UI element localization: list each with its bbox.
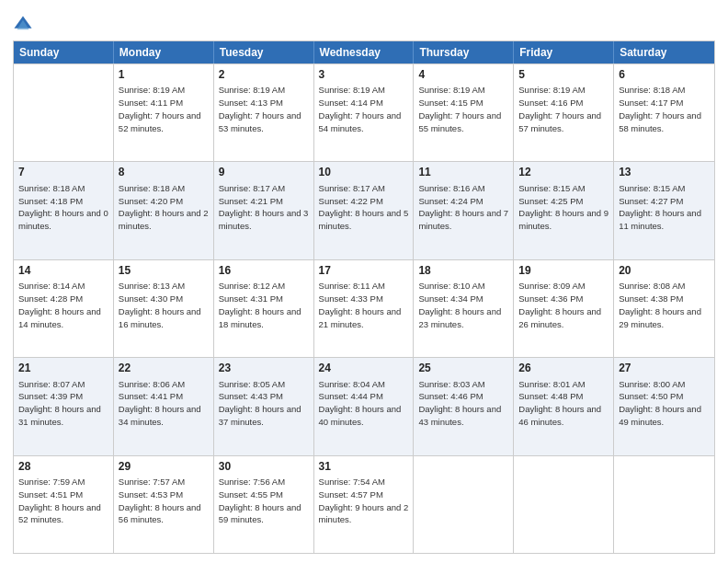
sunset-text: Sunset: 4:14 PM	[319, 98, 383, 108]
sunrise-text: Sunrise: 8:13 AM	[119, 281, 185, 291]
sunset-text: Sunset: 4:41 PM	[119, 391, 183, 401]
calendar-cell: 2Sunrise: 8:19 AMSunset: 4:13 PMDaylight…	[214, 64, 314, 161]
sunrise-text: Sunrise: 8:00 AM	[619, 379, 685, 389]
day-number: 20	[619, 263, 710, 279]
sunset-text: Sunset: 4:34 PM	[418, 293, 483, 304]
day-number: 29	[119, 459, 209, 475]
sunrise-text: Sunrise: 8:15 AM	[619, 183, 685, 193]
calendar: SundayMondayTuesdayWednesdayThursdayFrid…	[13, 40, 715, 554]
sunset-text: Sunset: 4:33 PM	[319, 293, 383, 304]
calendar-cell: 3Sunrise: 8:19 AMSunset: 4:14 PMDaylight…	[314, 64, 415, 161]
sunset-text: Sunset: 4:43 PM	[219, 391, 283, 401]
daylight-text: Daylight: 8 hours and 0 minutes.	[18, 208, 108, 231]
sunset-text: Sunset: 4:18 PM	[18, 196, 83, 206]
sunrise-text: Sunrise: 8:07 AM	[18, 379, 85, 389]
day-number: 11	[418, 165, 508, 180]
sunset-text: Sunset: 4:20 PM	[119, 196, 183, 206]
daylight-text: Daylight: 8 hours and 37 minutes.	[219, 404, 301, 427]
calendar-cell: 15Sunrise: 8:13 AMSunset: 4:30 PMDayligh…	[114, 260, 214, 357]
daylight-text: Daylight: 8 hours and 9 minutes.	[518, 208, 609, 231]
sunrise-text: Sunrise: 8:18 AM	[18, 183, 85, 193]
calendar-cell: 14Sunrise: 8:14 AMSunset: 4:28 PMDayligh…	[14, 260, 114, 357]
sunrise-text: Sunrise: 8:17 AM	[319, 183, 385, 193]
calendar-cell	[614, 456, 714, 553]
day-number: 18	[418, 263, 508, 279]
calendar-cell: 12Sunrise: 8:15 AMSunset: 4:25 PMDayligh…	[514, 162, 614, 259]
sunrise-text: Sunrise: 8:01 AM	[518, 379, 585, 389]
sunrise-text: Sunrise: 8:11 AM	[319, 281, 385, 291]
sunrise-text: Sunrise: 8:03 AM	[418, 379, 484, 389]
daylight-text: Daylight: 8 hours and 40 minutes.	[319, 404, 402, 427]
day-number: 10	[319, 165, 409, 180]
day-number: 24	[319, 361, 409, 376]
calendar-cell: 9Sunrise: 8:17 AMSunset: 4:21 PMDaylight…	[214, 162, 314, 259]
daylight-text: Daylight: 8 hours and 59 minutes.	[219, 502, 301, 525]
daylight-text: Daylight: 8 hours and 3 minutes.	[219, 208, 309, 231]
day-number: 9	[219, 165, 309, 180]
sunrise-text: Sunrise: 8:19 AM	[418, 85, 484, 95]
day-number: 22	[119, 361, 209, 376]
day-number: 3	[319, 67, 409, 83]
calendar-cell: 17Sunrise: 8:11 AMSunset: 4:33 PMDayligh…	[314, 260, 415, 357]
daylight-text: Daylight: 8 hours and 23 minutes.	[418, 306, 501, 329]
calendar-cell: 29Sunrise: 7:57 AMSunset: 4:53 PMDayligh…	[114, 456, 214, 553]
daylight-text: Daylight: 8 hours and 26 minutes.	[518, 306, 601, 329]
sunrise-text: Sunrise: 8:19 AM	[518, 85, 585, 95]
calendar-cell: 31Sunrise: 7:54 AMSunset: 4:57 PMDayligh…	[314, 456, 415, 553]
calendar-cell: 6Sunrise: 8:18 AMSunset: 4:17 PMDaylight…	[614, 64, 714, 161]
day-number: 1	[119, 67, 209, 83]
sunset-text: Sunset: 4:50 PM	[619, 391, 683, 401]
calendar-cell: 23Sunrise: 8:05 AMSunset: 4:43 PMDayligh…	[214, 358, 314, 454]
calendar-cell: 5Sunrise: 8:19 AMSunset: 4:16 PMDaylight…	[514, 64, 614, 161]
sunrise-text: Sunrise: 8:10 AM	[418, 281, 484, 291]
calendar-cell	[14, 64, 114, 161]
sunset-text: Sunset: 4:44 PM	[319, 391, 383, 401]
day-number: 6	[619, 67, 710, 83]
sunrise-text: Sunrise: 8:18 AM	[119, 183, 185, 193]
sunset-text: Sunset: 4:13 PM	[219, 98, 283, 108]
daylight-text: Daylight: 8 hours and 7 minutes.	[418, 208, 508, 231]
calendar-row: 21Sunrise: 8:07 AMSunset: 4:39 PMDayligh…	[14, 357, 714, 454]
day-number: 26	[518, 361, 609, 376]
calendar-header-cell: Wednesday	[314, 41, 415, 63]
calendar-header-cell: Sunday	[14, 41, 114, 63]
daylight-text: Daylight: 8 hours and 18 minutes.	[219, 306, 301, 329]
daylight-text: Daylight: 7 hours and 54 minutes.	[319, 110, 402, 133]
calendar-cell: 25Sunrise: 8:03 AMSunset: 4:46 PMDayligh…	[414, 358, 514, 454]
calendar-cell: 19Sunrise: 8:09 AMSunset: 4:36 PMDayligh…	[514, 260, 614, 357]
daylight-text: Daylight: 8 hours and 49 minutes.	[619, 404, 701, 427]
calendar-cell	[514, 456, 614, 553]
calendar-row: 14Sunrise: 8:14 AMSunset: 4:28 PMDayligh…	[14, 259, 714, 357]
sunset-text: Sunset: 4:27 PM	[619, 196, 683, 206]
day-number: 4	[418, 67, 508, 83]
sunset-text: Sunset: 4:22 PM	[319, 196, 383, 206]
sunrise-text: Sunrise: 8:16 AM	[418, 183, 484, 193]
calendar-cell: 10Sunrise: 8:17 AMSunset: 4:22 PMDayligh…	[314, 162, 415, 259]
calendar-row: 28Sunrise: 7:59 AMSunset: 4:51 PMDayligh…	[14, 455, 714, 553]
sunset-text: Sunset: 4:17 PM	[619, 98, 683, 108]
day-number: 15	[119, 263, 209, 279]
calendar-cell: 13Sunrise: 8:15 AMSunset: 4:27 PMDayligh…	[614, 162, 714, 259]
daylight-text: Daylight: 7 hours and 53 minutes.	[219, 110, 301, 133]
sunset-text: Sunset: 4:30 PM	[119, 293, 183, 304]
calendar-cell: 24Sunrise: 8:04 AMSunset: 4:44 PMDayligh…	[314, 358, 415, 454]
calendar-page: SundayMondayTuesdayWednesdayThursdayFrid…	[0, 0, 728, 563]
daylight-text: Daylight: 8 hours and 14 minutes.	[18, 306, 101, 329]
sunset-text: Sunset: 4:39 PM	[18, 391, 83, 401]
calendar-header-cell: Tuesday	[214, 41, 314, 63]
day-number: 31	[319, 459, 409, 475]
day-number: 8	[119, 165, 209, 180]
calendar-cell: 18Sunrise: 8:10 AMSunset: 4:34 PMDayligh…	[414, 260, 514, 357]
calendar-cell: 4Sunrise: 8:19 AMSunset: 4:15 PMDaylight…	[414, 64, 514, 161]
sunrise-text: Sunrise: 8:12 AM	[219, 281, 285, 291]
sunrise-text: Sunrise: 7:59 AM	[18, 477, 85, 487]
sunset-text: Sunset: 4:15 PM	[418, 98, 483, 108]
calendar-row: 1Sunrise: 8:19 AMSunset: 4:11 PMDaylight…	[14, 63, 714, 161]
daylight-text: Daylight: 8 hours and 56 minutes.	[119, 502, 201, 525]
calendar-header-cell: Saturday	[614, 41, 714, 63]
day-number: 16	[219, 263, 309, 279]
logo	[13, 9, 37, 35]
sunset-text: Sunset: 4:21 PM	[219, 196, 283, 206]
calendar-body: 1Sunrise: 8:19 AMSunset: 4:11 PMDaylight…	[14, 63, 714, 553]
day-number: 5	[518, 67, 609, 83]
